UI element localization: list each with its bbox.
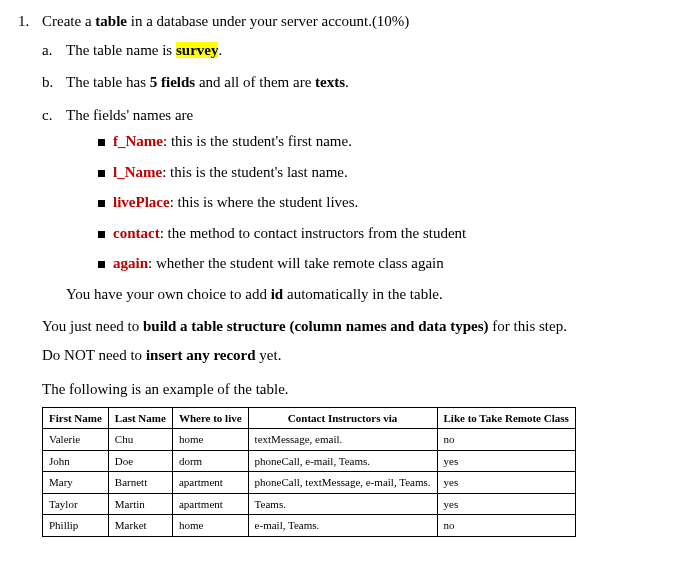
field-bullet: f_Name: this is the student's first name… xyxy=(98,130,692,153)
cell: Taylor xyxy=(43,493,109,515)
cell: e-mail, Teams. xyxy=(248,515,437,537)
field-bullet-list: f_Name: this is the student's first name… xyxy=(98,130,692,275)
cell: apartment xyxy=(172,493,248,515)
id-note: You have your own choice to add id autom… xyxy=(66,283,692,306)
cell: yes xyxy=(437,493,575,515)
text: The table name is xyxy=(66,42,176,58)
bullet-text: l_Name: this is the student's last name. xyxy=(113,161,348,184)
text: Create a xyxy=(42,13,95,29)
cell: Chu xyxy=(108,429,172,451)
text: You have your own choice to add xyxy=(66,286,271,302)
cell: Phillip xyxy=(43,515,109,537)
cell: Barnett xyxy=(108,472,172,494)
field-desc: : the method to contact instructors from… xyxy=(160,225,467,241)
col-last-name: Last Name xyxy=(108,407,172,429)
cell: phoneCall, e-mail, Teams. xyxy=(248,450,437,472)
cell: yes xyxy=(437,472,575,494)
table-row: Phillip Market home e-mail, Teams. no xyxy=(43,515,576,537)
cell: Martin xyxy=(108,493,172,515)
field-bullet: contact: the method to contact instructo… xyxy=(98,222,692,245)
bold-phrase: build a table structure (column names an… xyxy=(143,318,489,334)
sub-letter: a. xyxy=(42,39,58,62)
bold-word: id xyxy=(271,286,284,302)
cell: home xyxy=(172,429,248,451)
example-table: First Name Last Name Where to live Conta… xyxy=(42,407,576,537)
question-text: Create a table in a database under your … xyxy=(42,10,409,33)
table-header-row: First Name Last Name Where to live Conta… xyxy=(43,407,576,429)
cell: John xyxy=(43,450,109,472)
field-bullet: l_Name: this is the student's last name. xyxy=(98,161,692,184)
col-remote: Like to Take Remote Class xyxy=(437,407,575,429)
text: in a database under your server account.… xyxy=(127,13,409,29)
bullet-text: f_Name: this is the student's first name… xyxy=(113,130,352,153)
field-name: contact xyxy=(113,225,160,241)
col-contact: Contact Instructors via xyxy=(248,407,437,429)
highlighted-word: survey xyxy=(176,42,219,58)
text: for this step. xyxy=(489,318,567,334)
bold-word: table xyxy=(95,13,127,29)
field-desc: : whether the student will take remote c… xyxy=(148,255,444,271)
cell: dorm xyxy=(172,450,248,472)
table-row: John Doe dorm phoneCall, e-mail, Teams. … xyxy=(43,450,576,472)
text: You just need to xyxy=(42,318,143,334)
bullet-text: again: whether the student will take rem… xyxy=(113,252,444,275)
field-desc: : this is the student's last name. xyxy=(162,164,348,180)
cell: no xyxy=(437,515,575,537)
bullet-text: livePlace: this is where the student liv… xyxy=(113,191,358,214)
sub-letter: b. xyxy=(42,71,58,94)
square-bullet-icon xyxy=(98,200,105,207)
cell: Market xyxy=(108,515,172,537)
bullet-text: contact: the method to contact instructo… xyxy=(113,222,466,245)
cell: Mary xyxy=(43,472,109,494)
table-row: Mary Barnett apartment phoneCall, textMe… xyxy=(43,472,576,494)
field-desc: : this is where the student lives. xyxy=(170,194,359,210)
field-bullet: livePlace: this is where the student liv… xyxy=(98,191,692,214)
text: automatically in the table. xyxy=(283,286,443,302)
table-row: Taylor Martin apartment Teams. yes xyxy=(43,493,576,515)
square-bullet-icon xyxy=(98,170,105,177)
list-number: 1. xyxy=(18,10,36,33)
sub-text: The table name is survey. xyxy=(66,39,222,62)
cell: textMessage, email. xyxy=(248,429,437,451)
cell: apartment xyxy=(172,472,248,494)
field-bullet: again: whether the student will take rem… xyxy=(98,252,692,275)
sub-item-b: b. The table has 5 fields and all of the… xyxy=(42,71,692,94)
cell: Valerie xyxy=(43,429,109,451)
sub-item-a: a. The table name is survey. xyxy=(42,39,692,62)
question-1: 1. Create a table in a database under yo… xyxy=(18,10,692,33)
field-name: again xyxy=(113,255,148,271)
example-intro: The following is an example of the table… xyxy=(42,378,692,401)
cell: Doe xyxy=(108,450,172,472)
text: and all of them are xyxy=(195,74,315,90)
bold-word: texts xyxy=(315,74,345,90)
field-desc: : this is the student's first name. xyxy=(163,133,352,149)
cell: no xyxy=(437,429,575,451)
text: yet. xyxy=(256,347,282,363)
cell: yes xyxy=(437,450,575,472)
bold-phrase: insert any record xyxy=(146,347,256,363)
col-where: Where to live xyxy=(172,407,248,429)
text: The table has xyxy=(66,74,150,90)
square-bullet-icon xyxy=(98,231,105,238)
instruction-paragraph-1: You just need to build a table structure… xyxy=(42,315,692,338)
cell: Teams. xyxy=(248,493,437,515)
sub-text: The table has 5 fields and all of them a… xyxy=(66,71,349,94)
table-row: Valerie Chu home textMessage, email. no xyxy=(43,429,576,451)
col-first-name: First Name xyxy=(43,407,109,429)
text: Do NOT need to xyxy=(42,347,146,363)
field-name: livePlace xyxy=(113,194,170,210)
bold-word: 5 fields xyxy=(150,74,195,90)
field-name: l_Name xyxy=(113,164,162,180)
cell: home xyxy=(172,515,248,537)
instruction-paragraph-2: Do NOT need to insert any record yet. xyxy=(42,344,692,367)
sub-letter: c. xyxy=(42,104,58,127)
sub-item-c: c. The fields' names are xyxy=(42,104,692,127)
square-bullet-icon xyxy=(98,261,105,268)
cell: phoneCall, textMessage, e-mail, Teams. xyxy=(248,472,437,494)
text: . xyxy=(345,74,349,90)
sub-text: The fields' names are xyxy=(66,104,193,127)
square-bullet-icon xyxy=(98,139,105,146)
field-name: f_Name xyxy=(113,133,163,149)
text: . xyxy=(218,42,222,58)
